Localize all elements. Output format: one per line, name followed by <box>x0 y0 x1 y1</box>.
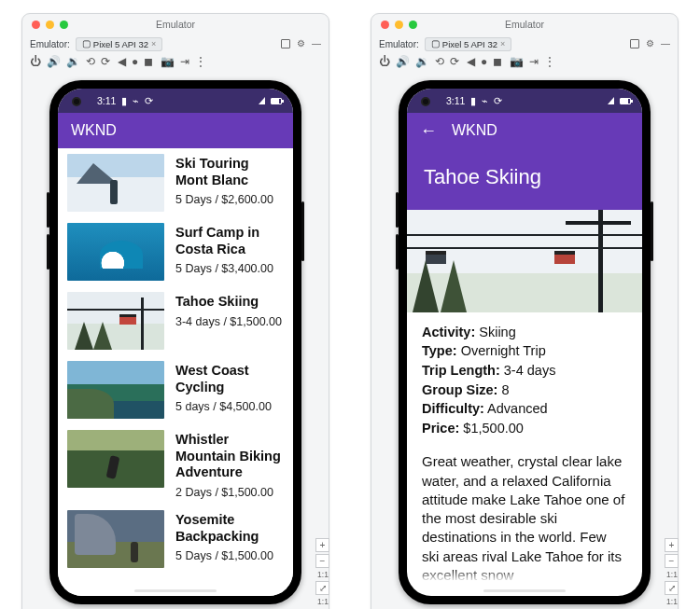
step-icon[interactable]: ⇥ <box>180 56 189 67</box>
zoom-fit-button[interactable]: ⤢ <box>315 581 329 595</box>
window-mode-icon[interactable] <box>630 39 639 48</box>
step-icon[interactable]: ⇥ <box>529 56 539 67</box>
more-icon[interactable]: ⋮ <box>195 56 206 67</box>
list-item[interactable]: Whistler Mountain Biking Adventure 2 Day… <box>58 424 293 505</box>
device-tab[interactable]: ▢ Pixel 5 API 32 × <box>76 37 162 51</box>
debug-icon: ⌁ <box>482 96 488 106</box>
device-tab[interactable]: ▢ Pixel 5 API 32 × <box>425 37 511 51</box>
emulator-label: Emulator: <box>30 39 70 49</box>
item-title: Ski Touring Mont Blanc <box>175 156 284 188</box>
emulator-toolbar: ⏻ 🔊 🔉 ⟲ ⟳ ◀ ● ◼ 📷 ⇥ ⋮ <box>22 53 329 72</box>
field-type: Type: Overnight Trip <box>422 342 627 361</box>
item-subtitle: 3-4 days / $1,500.00 <box>175 315 284 328</box>
back-icon[interactable]: ◀ <box>467 56 475 67</box>
overview-icon[interactable]: ◼ <box>144 56 153 67</box>
battery-icon <box>271 98 282 104</box>
device-frame: 3:11 ▮ ⌁ ⟳ ← WKND <box>399 80 651 604</box>
emulator-label: Emulator: <box>379 39 419 49</box>
thumbnail-image <box>67 223 164 281</box>
home-icon[interactable]: ● <box>481 56 487 67</box>
volume-down-icon[interactable]: 🔉 <box>66 56 80 67</box>
more-icon[interactable]: ⋮ <box>544 56 555 67</box>
gear-icon[interactable]: ⚙ <box>297 39 305 48</box>
overview-icon[interactable]: ◼ <box>493 56 502 67</box>
volume-down-button[interactable] <box>47 234 49 270</box>
volume-up-button[interactable] <box>47 192 49 228</box>
device-icon: ▢ <box>431 39 440 48</box>
minimize-panel-icon[interactable]: — <box>661 39 670 48</box>
back-icon[interactable]: ◀ <box>118 56 126 67</box>
window-title: Emulator <box>22 19 329 30</box>
detail-image <box>407 210 642 312</box>
item-title: West Coast Cycling <box>175 363 284 395</box>
zoom-label: 1:1 <box>315 597 330 606</box>
app-title: WKND <box>71 122 117 139</box>
back-arrow-icon[interactable]: ← <box>420 122 437 139</box>
item-subtitle: 5 Days / $2,600.00 <box>175 193 284 206</box>
volume-up-icon[interactable]: 🔊 <box>396 56 410 67</box>
sync-icon: ⟳ <box>145 96 153 106</box>
volume-down-icon[interactable]: 🔉 <box>415 56 429 67</box>
power-icon[interactable]: ⏻ <box>379 56 390 67</box>
window-title: Emulator <box>371 19 678 30</box>
close-tab-icon[interactable]: × <box>151 39 156 48</box>
rotate-left-icon[interactable]: ⟲ <box>86 56 95 67</box>
gesture-bar[interactable] <box>483 589 566 592</box>
power-button[interactable] <box>301 201 304 261</box>
minimize-panel-icon[interactable]: — <box>312 39 321 48</box>
status-time: 3:11 <box>446 95 465 106</box>
detail-description: Great weather, crystal clear lake water,… <box>422 452 627 585</box>
app-bar: ← WKND <box>407 113 642 148</box>
zoom-in-button[interactable]: + <box>315 538 329 552</box>
front-camera <box>72 97 81 106</box>
volume-up-button[interactable] <box>396 192 399 228</box>
thumbnail-image <box>67 430 164 488</box>
thumbnail-image <box>67 154 164 212</box>
debug-icon: ⌁ <box>133 96 139 106</box>
window-titlebar[interactable]: Emulator <box>22 14 329 35</box>
signal-icon <box>608 97 614 104</box>
zoom-fit-button[interactable]: ⤢ <box>665 581 679 595</box>
list-item[interactable]: Tahoe Skiing 3-4 days / $1,500.00 <box>58 286 293 355</box>
zoom-label: 1:1 <box>665 597 679 606</box>
rotate-right-icon[interactable]: ⟳ <box>101 56 110 67</box>
adventure-list[interactable]: Ski Touring Mont Blanc 5 Days / $2,600.0… <box>58 148 293 596</box>
window-mode-icon[interactable] <box>281 39 290 48</box>
zoom-out-button[interactable]: − <box>665 554 679 568</box>
emulator-toolbar: ⏻ 🔊 🔉 ⟲ ⟳ ◀ ● ◼ 📷 ⇥ ⋮ <box>371 53 678 72</box>
power-button[interactable] <box>651 201 653 261</box>
close-tab-icon[interactable]: × <box>500 39 505 48</box>
zoom-out-button[interactable]: − <box>315 554 329 568</box>
screenshot-icon[interactable]: 📷 <box>161 56 175 67</box>
item-subtitle: 2 Days / $1,500.00 <box>175 486 284 499</box>
sync-icon: ⟳ <box>494 96 502 106</box>
gesture-bar[interactable] <box>134 589 217 592</box>
list-item[interactable]: West Coast Cycling 5 days / $4,500.00 <box>58 355 293 424</box>
rotate-right-icon[interactable]: ⟳ <box>450 56 459 67</box>
field-difficulty: Difficulty: Advanced <box>422 400 627 419</box>
zoom-label: 1:1 <box>315 570 330 579</box>
volume-up-icon[interactable]: 🔊 <box>47 56 61 67</box>
power-icon[interactable]: ⏻ <box>30 56 41 67</box>
device-icon: ▢ <box>82 39 91 48</box>
volume-down-button[interactable] <box>396 234 399 270</box>
detail-body[interactable]: Activity: Skiing Type: Overnight Trip Tr… <box>407 312 642 596</box>
front-camera <box>421 97 430 106</box>
home-icon[interactable]: ● <box>132 56 138 67</box>
item-title: Whistler Mountain Biking Adventure <box>175 432 284 481</box>
gear-icon[interactable]: ⚙ <box>646 39 654 48</box>
window-titlebar[interactable]: Emulator <box>371 14 678 35</box>
zoom-in-button[interactable]: + <box>665 538 679 552</box>
app-bar: WKND <box>58 113 293 148</box>
field-group-size: Group Size: 8 <box>422 381 627 400</box>
rotate-left-icon[interactable]: ⟲ <box>435 56 444 67</box>
device-frame: 3:11 ▮ ⌁ ⟳ WKND <box>49 80 301 604</box>
field-trip-length: Trip Length: 3-4 days <box>422 362 627 381</box>
list-item[interactable]: Yosemite Backpacking 5 Days / $1,500.00 <box>58 505 293 574</box>
screenshot-icon[interactable]: 📷 <box>510 56 524 67</box>
battery-icon <box>620 98 631 104</box>
device-tab-label: Pixel 5 API 32 <box>93 39 148 49</box>
list-item[interactable]: Surf Camp in Costa Rica 5 Days / $3,400.… <box>58 217 293 286</box>
list-item[interactable]: Ski Touring Mont Blanc 5 Days / $2,600.0… <box>58 148 293 217</box>
thumbnail-image <box>67 292 164 350</box>
